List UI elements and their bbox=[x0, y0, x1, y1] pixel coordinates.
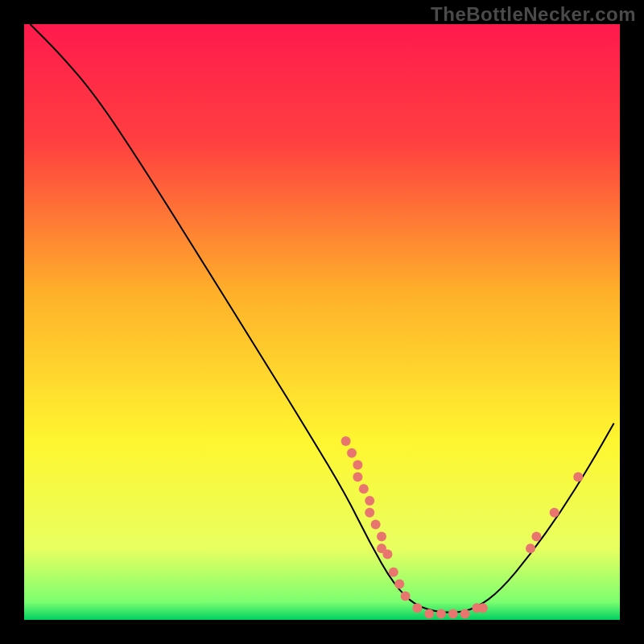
data-marker bbox=[365, 508, 374, 518]
data-marker bbox=[341, 436, 351, 446]
chart-frame: TheBottleNecker.com bbox=[0, 0, 644, 644]
data-marker bbox=[353, 460, 362, 470]
data-marker bbox=[382, 550, 392, 559]
data-marker bbox=[550, 508, 559, 518]
data-marker bbox=[377, 531, 386, 541]
data-marker bbox=[412, 603, 422, 613]
data-marker bbox=[365, 496, 374, 506]
data-marker bbox=[460, 609, 470, 619]
data-marker bbox=[531, 531, 541, 541]
data-marker bbox=[424, 609, 434, 619]
data-marker bbox=[526, 543, 535, 553]
bottleneck-chart bbox=[0, 0, 644, 644]
watermark-text: TheBottleNecker.com bbox=[431, 3, 636, 26]
data-marker bbox=[389, 568, 398, 577]
data-marker bbox=[394, 580, 404, 589]
data-marker bbox=[478, 603, 488, 613]
data-marker bbox=[448, 609, 458, 619]
data-marker bbox=[436, 609, 446, 619]
data-marker bbox=[347, 448, 357, 458]
data-marker bbox=[359, 484, 369, 493]
data-marker bbox=[573, 472, 583, 481]
data-marker bbox=[401, 591, 411, 601]
plot-background bbox=[24, 24, 620, 620]
data-marker bbox=[371, 520, 381, 530]
data-marker bbox=[353, 472, 362, 481]
